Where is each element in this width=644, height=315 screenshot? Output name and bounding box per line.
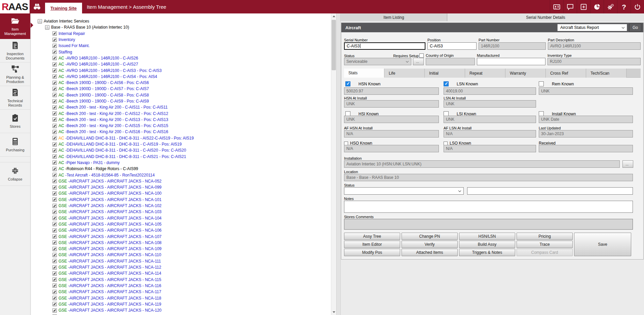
scroll-up-button[interactable] [331,13,337,19]
edit-icon[interactable] [52,99,57,104]
edit-icon[interactable] [52,216,57,220]
rem-known-checkbox[interactable] [539,81,544,86]
tree-item[interactable]: GSE -AIRCRAFT JACKS - AIRCRAFT JACKS - N… [31,258,331,264]
tree-item[interactable]: AC -Beech 1900D - 1900D - C-AIS6 - Pos: … [31,80,331,86]
up-level-icon[interactable]: ↑ [45,25,49,30]
save-button[interactable]: Save [574,233,631,256]
scrollbar-thumb[interactable] [332,20,336,70]
tree-item[interactable]: GSE -AIRCRAFT JACKS - AIRCRAFT JACKS - N… [31,283,331,289]
tree-item[interactable]: AC -AVRO 146RJ100 - 146RJ100 - C-AIS27 [31,61,331,67]
edit-icon[interactable] [52,87,57,91]
edit-icon[interactable] [52,74,57,79]
tree-item[interactable]: GSE -AIRCRAFT JACKS - AIRCRAFT JACKS - N… [31,295,331,301]
edit-icon[interactable] [52,105,57,110]
tree-item[interactable]: ↑Aviation Intertec Services [31,18,331,24]
tree-item[interactable]: AC -Beech 200 - test - King Air 200 - C-… [31,123,331,129]
edit-icon[interactable] [52,283,57,288]
add-icon[interactable] [577,0,590,13]
tree-item[interactable]: AC -Beech 1900D - 1900D - C-AIS8 - Pos: … [31,92,331,98]
position-input[interactable]: C-AIS3 [427,42,477,50]
build-assy-button[interactable]: Build Assy [459,241,515,248]
tree-item[interactable]: GSE -AIRCRAFT JACKS - AIRCRAFT JACKS - N… [31,246,331,252]
edit-icon[interactable] [52,179,57,183]
sidebar-item-planning-production[interactable]: Planning & Production [0,63,30,86]
tree-item[interactable]: AC -AVRO 146RJ100 - 146RJ100 - C-AIS4 - … [31,74,331,80]
hsn-known-checkbox[interactable] [345,81,350,86]
edit-icon[interactable] [52,277,57,282]
tree-item[interactable]: Internal Repair [31,31,331,37]
tree-item[interactable]: GSE -AIRCRAFT JACKS - AIRCRAFT JACKS - N… [31,252,331,258]
edit-icon[interactable] [52,290,57,294]
edit-icon[interactable] [52,271,57,276]
tree-item[interactable]: AC -Piper Navajo - PA31 - dummy [31,160,331,166]
help-icon[interactable]: ? [617,0,631,13]
edit-icon[interactable] [52,253,57,257]
tree-item[interactable]: GSE -AIRCRAFT JACKS - AIRCRAFT JACKS - N… [31,227,331,233]
tree-item[interactable]: AC -Beech 200 - test - King Air 200 - C-… [31,117,331,123]
edit-icon[interactable] [52,185,57,190]
edit-icon[interactable] [52,191,57,196]
requires-setup-checkbox[interactable] [419,53,424,58]
settings-icon[interactable] [604,0,617,13]
tree-item[interactable]: AC -AVRO 146RJ100 - 146RJ100 - C-AIS26 [31,55,331,61]
status2-select[interactable] [344,187,464,195]
triggers-notes-button[interactable]: Triggers & Notes [459,249,515,256]
edit-icon[interactable] [52,62,57,67]
tree-item[interactable]: AC -DEHAVILLAND DHC-8-311 - DHC-8-311 - … [31,141,331,147]
sidebar-item-inspection-documents[interactable]: Inspection Documents [0,39,30,63]
edit-icon[interactable] [52,136,57,140]
tree-item[interactable]: AC -DEHAVILLAND DHC-8-311 - DHC-8-311 - … [31,135,331,141]
subtab-initial[interactable]: Initial [425,69,465,78]
edit-icon[interactable] [52,111,57,116]
training-site-tab[interactable]: Training Site [45,3,82,13]
hsn-lsn-button[interactable]: HSN/LSN [459,233,515,240]
edit-icon[interactable] [52,142,57,147]
tree-item[interactable]: AC -Beech 1900D - 1900D - C-AIS7 - Pos: … [31,86,331,92]
edit-icon[interactable] [52,259,57,263]
edit-icon[interactable] [52,56,57,60]
edit-icon[interactable] [52,296,57,300]
edit-icon[interactable] [52,148,57,153]
change-pn-button[interactable]: Change PN [402,233,458,240]
tree-item[interactable]: Issued For Maint. [31,43,331,49]
edit-icon[interactable] [52,93,57,97]
edit-icon[interactable] [52,44,57,48]
edit-icon[interactable] [52,130,57,134]
tree-item[interactable]: Inventory [31,37,331,43]
pie-chart-icon[interactable] [590,0,604,13]
installation-browse-button[interactable]: ... [622,160,633,168]
edit-icon[interactable] [52,247,57,251]
sidebar-item-collapse[interactable]: Collapse [0,162,30,186]
tree-item[interactable]: GSE -AIRCRAFT JACKS - AIRCRAFT JACKS - N… [31,190,331,196]
tree-item[interactable]: GSE -AIRCRAFT JACKS - AIRCRAFT JACKS - N… [31,307,331,313]
tree-item[interactable]: GSE -AIRCRAFT JACKS - AIRCRAFT JACKS - N… [31,221,331,227]
power-icon[interactable] [631,0,644,13]
tree-item[interactable]: GSE -AIRCRAFT JACKS - AIRCRAFT JACKS - N… [31,184,331,190]
tree-item[interactable]: GSE -AIRCRAFT JACKS - AIRCRAFT JACKS - N… [31,276,331,282]
edit-icon[interactable] [52,210,57,214]
sidebar-item-item-management[interactable]: Item Management [0,13,30,39]
edit-icon[interactable] [52,302,57,306]
tree-item[interactable]: AC -DEHAVILLAND DHC-8-311 - DHC-8-311 - … [31,154,331,160]
tree-item[interactable]: AC -DEHAVILLAND DHC-8-311 - DHC-8-311 - … [31,147,331,153]
modify-pos-button[interactable]: Modify Pos [344,249,400,256]
go-button[interactable]: Go [629,24,641,32]
status2-input[interactable] [467,187,633,195]
up-level-icon[interactable]: ↑ [38,19,42,24]
edit-icon[interactable] [52,308,57,313]
edit-icon[interactable] [52,173,57,177]
notes-textarea[interactable] [344,201,633,213]
tree-item[interactable]: GSE -AIRCRAFT JACKS - AIRCRAFT JACKS - N… [31,233,331,239]
panel-splitter[interactable] [336,13,341,315]
manufactured-input[interactable] [477,58,545,65]
sidebar-item-stores[interactable]: Stores [0,110,30,133]
edit-icon[interactable] [52,81,57,85]
tree-item[interactable]: AC -Robinson R44 - Ridge Rotors - C-AIS9… [31,166,331,172]
subtab-stats[interactable]: Stats [344,69,384,78]
assy-tree-button[interactable]: Assy Tree [344,233,400,240]
tree-item[interactable]: AC -AVRO 146RJ100 - 146RJ100 - C-AIS3 - … [31,67,331,73]
tree-item[interactable]: AC -Test Aircraft - 4518-81564-85 - RonT… [31,172,331,178]
tab-serial-number-details[interactable]: Serial Number Details [447,13,644,21]
edit-icon[interactable] [52,197,57,202]
tree-item[interactable]: GSE -AIRCRAFT JACKS - AIRCRAFT JACKS - N… [31,209,331,215]
